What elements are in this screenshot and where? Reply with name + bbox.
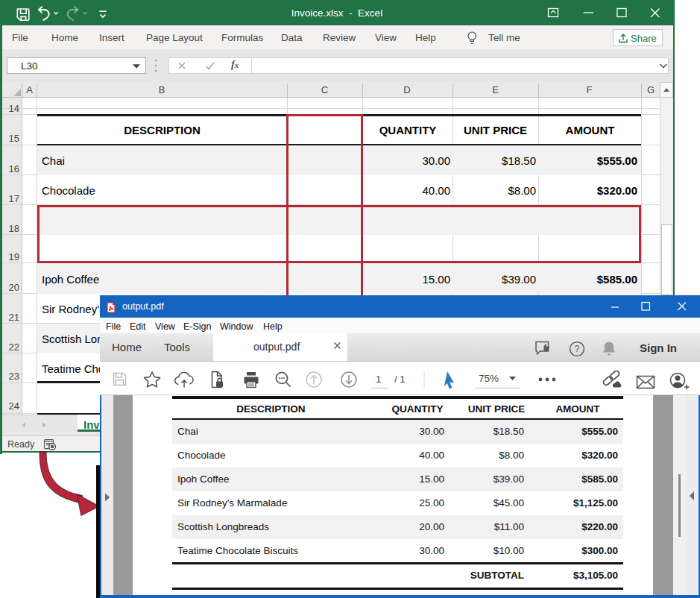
svg-text:?: ? — [575, 344, 580, 354]
